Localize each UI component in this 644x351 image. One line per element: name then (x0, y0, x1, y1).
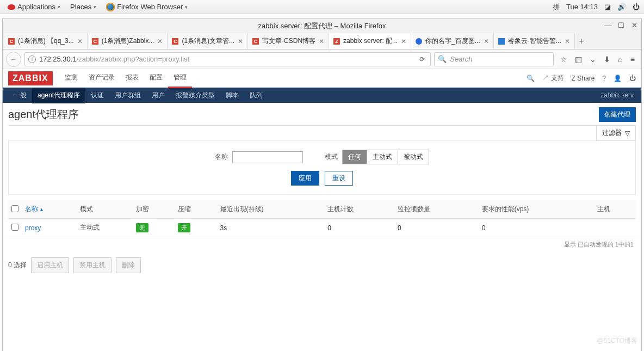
close-icon[interactable]: ✕ (157, 38, 163, 45)
menu-inventory[interactable]: 资产记录 (83, 69, 120, 88)
sub-users[interactable]: 用户 (146, 88, 170, 103)
ime-indicator[interactable]: 拼 (553, 2, 560, 12)
cell-itemcount: 0 (394, 219, 479, 237)
sub-queue[interactable]: 队列 (244, 88, 268, 103)
window-title: zabbix server: 配置代理 – Mozilla Firefox (258, 21, 386, 31)
close-window-button[interactable]: ✕ (630, 21, 638, 29)
zabbix-header: ZABBIX 监测 资产记录 报表 配置 管理 🔍 ↗ 支持 Z Share ?… (3, 69, 641, 88)
filter-mode-label: 模式 (325, 152, 338, 162)
filter-mode-any[interactable]: 任何 (343, 150, 367, 164)
table-footer-info: 显示 已自动发现的 1中的1 (8, 237, 636, 252)
cell-mode: 主动式 (77, 219, 133, 237)
filter-mode-active[interactable]: 主动式 (367, 150, 398, 164)
filter-tab[interactable]: 过滤器▽ (596, 126, 636, 141)
maximize-button[interactable]: ☐ (617, 21, 625, 29)
global-search-icon[interactable]: 🔍 (527, 75, 535, 82)
pocket-icon[interactable]: ⌄ (590, 55, 596, 64)
search-bar[interactable]: 🔍Search (434, 52, 554, 66)
sort-asc-icon: ▲ (39, 207, 44, 212)
zabbix-logo[interactable]: ZABBIX (8, 71, 53, 85)
navigation-bar: ← i 172.25.30.1/zabbix/zabbix.php?action… (3, 50, 641, 69)
compression-badge: 开 (178, 223, 190, 232)
support-link[interactable]: ↗ 支持 (542, 73, 564, 83)
search-icon: 🔍 (438, 55, 447, 63)
tab-csdn-4[interactable]: C写文章-CSDN博客✕ (248, 33, 329, 49)
url-text: 172.25.30.1/zabbix/zabbix.php?action=pro… (39, 55, 417, 63)
sub-auth[interactable]: 认证 (85, 88, 109, 103)
share-link[interactable]: Z Share (572, 75, 595, 82)
user-icon[interactable]: 👤 (614, 75, 622, 82)
filter-apply-button[interactable]: 应用 (291, 171, 319, 186)
volume-icon[interactable]: 🔊 (617, 3, 626, 11)
col-lastseen: 最近出现(持续) (217, 200, 325, 219)
encryption-badge: 无 (136, 223, 148, 232)
sub-usergroups[interactable]: 用户群组 (109, 88, 146, 103)
menu-config[interactable]: 配置 (144, 69, 168, 88)
menu-monitoring[interactable]: 监测 (59, 69, 83, 88)
power-icon[interactable]: ⏻ (633, 3, 640, 11)
tab-baidu[interactable]: 你的名字_百度图...✕ (411, 33, 494, 49)
sub-right-text: zabbix serv (598, 91, 636, 99)
close-icon[interactable]: ✕ (484, 38, 489, 45)
url-bar[interactable]: i 172.25.30.1/zabbix/zabbix.php?action=p… (24, 52, 431, 66)
bulk-delete-button[interactable]: 删除 (116, 257, 141, 273)
proxy-name-link[interactable]: proxy (25, 224, 41, 232)
site-info-icon[interactable]: i (28, 56, 36, 63)
create-proxy-button[interactable]: 创建代理 (599, 107, 636, 122)
selected-count: 0 选择 (8, 261, 27, 270)
new-tab-button[interactable]: + (575, 33, 588, 49)
sub-scripts[interactable]: 脚本 (220, 88, 244, 103)
menu-reports[interactable]: 报表 (120, 69, 144, 88)
close-icon[interactable]: ✕ (401, 38, 406, 45)
row-checkbox[interactable] (11, 224, 18, 231)
col-encryption: 加密 (133, 200, 175, 219)
filter-reset-button[interactable]: 重设 (325, 171, 353, 186)
logout-icon[interactable]: ⏻ (629, 75, 636, 82)
col-mode: 模式 (77, 200, 133, 219)
col-name[interactable]: 名称▲ (22, 200, 77, 219)
tab-zabbix[interactable]: Zzabbix server: 配...✕ (329, 33, 411, 49)
cell-hostcount: 0 (324, 219, 394, 237)
tab-strip: C(1条消息) 【qq_3...✕ C(1条消息)Zabbix...✕ C(1条… (3, 33, 641, 50)
menu-icon[interactable]: ≡ (630, 55, 635, 64)
sub-general[interactable]: 一般 (8, 88, 32, 103)
filter-panel: 名称 模式 任何 主动式 被动式 应用 重设 (8, 140, 636, 195)
gnome-activities[interactable]: Applications▾ (4, 2, 64, 12)
bulk-enable-button[interactable]: 启用主机 (31, 257, 69, 273)
select-all-checkbox[interactable] (11, 205, 18, 212)
titlebar: zabbix server: 配置代理 – Mozilla Firefox — … (3, 19, 641, 33)
back-button[interactable]: ← (6, 52, 21, 67)
watermark: @51CTO博客 (597, 336, 637, 346)
sub-mediatypes[interactable]: 报警媒介类型 (170, 88, 220, 103)
filter-name-input[interactable] (232, 151, 303, 163)
table-row: proxy 主动式 无 开 3s 0 0 0 (8, 219, 636, 237)
wifi-icon[interactable]: ◪ (604, 3, 611, 11)
bulk-disable-button[interactable]: 禁用主机 (73, 257, 112, 273)
tab-other[interactable]: 睿象云-智能告警...✕ (494, 33, 575, 49)
gnome-app-menu[interactable]: Firefox Web Browser▾ (103, 2, 191, 13)
close-icon[interactable]: ✕ (319, 38, 324, 45)
sub-proxies[interactable]: agent代理程序 (32, 88, 85, 103)
zabbix-main-menu: 监测 资产记录 报表 配置 管理 (59, 69, 192, 88)
home-icon[interactable]: ⌂ (618, 55, 622, 64)
filter-mode-passive[interactable]: 被动式 (398, 150, 429, 164)
tab-csdn-1[interactable]: C(1条消息) 【qq_3...✕ (4, 33, 88, 49)
minimize-button[interactable]: — (604, 21, 612, 29)
zabbix-submenu: 一般 agent代理程序 认证 用户群组 用户 报警媒介类型 脚本 队列 zab… (3, 88, 641, 103)
bookmark-star-icon[interactable]: ☆ (560, 55, 567, 64)
reload-button[interactable]: ⟳ (417, 56, 427, 63)
col-host: 主机 (594, 200, 636, 219)
gnome-top-bar: Applications▾ Places▾ Firefox Web Browse… (0, 0, 644, 14)
close-icon[interactable]: ✕ (565, 38, 570, 45)
close-icon[interactable]: ✕ (238, 38, 243, 45)
tab-csdn-2[interactable]: C(1条消息)Zabbix...✕ (88, 33, 168, 49)
help-icon[interactable]: ? (602, 75, 606, 82)
downloads-icon[interactable]: ⬇ (604, 55, 610, 64)
library-icon[interactable]: ▥ (575, 55, 582, 64)
gnome-places[interactable]: Places▾ (67, 2, 100, 12)
cell-host (594, 219, 636, 237)
clock[interactable]: Tue 14:13 (566, 3, 598, 11)
close-icon[interactable]: ✕ (77, 38, 83, 45)
menu-admin[interactable]: 管理 (168, 69, 192, 88)
tab-csdn-3[interactable]: C(1条消息)文章管...✕ (168, 33, 248, 49)
